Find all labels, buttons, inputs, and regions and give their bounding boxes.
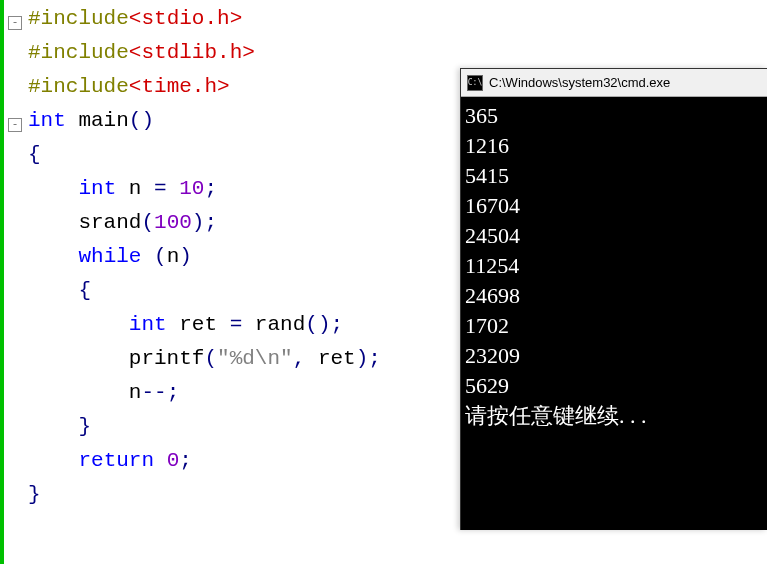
code-token: } bbox=[78, 415, 91, 438]
code-token: ( bbox=[204, 347, 217, 370]
code-line: printf("%d\n", ret); bbox=[28, 342, 381, 376]
code-line: } bbox=[28, 410, 381, 444]
code-token: --; bbox=[141, 381, 179, 404]
code-token: rand bbox=[242, 313, 305, 336]
console-line: 1216 bbox=[465, 131, 763, 161]
console-title: C:\Windows\system32\cmd.exe bbox=[489, 75, 670, 90]
code-token: } bbox=[28, 483, 41, 506]
code-line: { bbox=[28, 138, 381, 172]
code-token: 100 bbox=[154, 211, 192, 234]
code-token: n bbox=[116, 177, 154, 200]
code-token bbox=[154, 449, 167, 472]
cmd-icon: C:\ bbox=[467, 75, 483, 91]
code-line: } bbox=[28, 478, 381, 512]
code-line: int ret = rand(); bbox=[28, 308, 381, 342]
code-token: #include bbox=[28, 7, 129, 30]
console-line: 23209 bbox=[465, 341, 763, 371]
code-token: 0 bbox=[167, 449, 180, 472]
code-token: printf bbox=[28, 347, 204, 370]
code-token: return bbox=[78, 449, 154, 472]
code-token bbox=[28, 449, 78, 472]
console-line: 24698 bbox=[465, 281, 763, 311]
code-token: ; bbox=[204, 177, 217, 200]
code-line: while (n) bbox=[28, 240, 381, 274]
code-line: #include<stdio.h> bbox=[28, 2, 381, 36]
code-token: ) bbox=[179, 245, 192, 268]
code-token: ; bbox=[179, 449, 192, 472]
code-line: int main() bbox=[28, 104, 381, 138]
code-token: #include bbox=[28, 75, 129, 98]
code-token: n bbox=[28, 381, 141, 404]
code-token: ret bbox=[167, 313, 230, 336]
code-line: return 0; bbox=[28, 444, 381, 478]
code-line: n--; bbox=[28, 376, 381, 410]
code-token: ( bbox=[154, 245, 167, 268]
console-line: 5415 bbox=[465, 161, 763, 191]
console-line: 24504 bbox=[465, 221, 763, 251]
code-token: #include bbox=[28, 41, 129, 64]
code-token: n bbox=[167, 245, 180, 268]
fold-toggle-icon[interactable]: - bbox=[8, 118, 22, 132]
code-token: srand bbox=[28, 211, 141, 234]
code-token: main bbox=[66, 109, 129, 132]
fold-toggle-icon[interactable]: - bbox=[8, 16, 22, 30]
code-token bbox=[28, 279, 78, 302]
code-token: { bbox=[78, 279, 91, 302]
code-token: ret bbox=[305, 347, 355, 370]
code-line: #include<time.h> bbox=[28, 70, 381, 104]
code-token: <time.h> bbox=[129, 75, 230, 98]
code-token: int bbox=[78, 177, 116, 200]
code-token: (); bbox=[305, 313, 343, 336]
code-token: while bbox=[78, 245, 141, 268]
fold-gutter: -- bbox=[0, 0, 28, 564]
code-token: ); bbox=[192, 211, 217, 234]
code-token: 10 bbox=[179, 177, 204, 200]
code-line: { bbox=[28, 274, 381, 308]
code-line: #include<stdlib.h> bbox=[28, 36, 381, 70]
code-token: , bbox=[293, 347, 306, 370]
code-token: int bbox=[28, 109, 66, 132]
code-token: <stdlib.h> bbox=[129, 41, 255, 64]
console-titlebar[interactable]: C:\ C:\Windows\system32\cmd.exe bbox=[461, 69, 767, 97]
code-token bbox=[28, 245, 78, 268]
console-line: 365 bbox=[465, 101, 763, 131]
code-token bbox=[28, 313, 129, 336]
code-area[interactable]: #include<stdio.h>#include<stdlib.h>#incl… bbox=[28, 0, 381, 564]
console-prompt: 请按任意键继续. . . bbox=[465, 401, 763, 431]
code-token: { bbox=[28, 143, 41, 166]
code-token bbox=[141, 245, 154, 268]
code-token bbox=[167, 177, 180, 200]
code-token bbox=[28, 177, 78, 200]
code-line: srand(100); bbox=[28, 206, 381, 240]
code-token: "%d\n" bbox=[217, 347, 293, 370]
code-token: ( bbox=[141, 211, 154, 234]
console-line: 1702 bbox=[465, 311, 763, 341]
code-token: <stdio.h> bbox=[129, 7, 242, 30]
code-token: () bbox=[129, 109, 154, 132]
console-line: 11254 bbox=[465, 251, 763, 281]
code-token bbox=[28, 415, 78, 438]
code-token: ); bbox=[356, 347, 381, 370]
console-line: 16704 bbox=[465, 191, 763, 221]
code-token: int bbox=[129, 313, 167, 336]
console-window: C:\ C:\Windows\system32\cmd.exe 36512165… bbox=[460, 68, 767, 530]
code-token: = bbox=[154, 177, 167, 200]
console-line: 5629 bbox=[465, 371, 763, 401]
code-line: int n = 10; bbox=[28, 172, 381, 206]
console-output: 3651216541516704245041125424698170223209… bbox=[461, 97, 767, 435]
code-token: = bbox=[230, 313, 243, 336]
